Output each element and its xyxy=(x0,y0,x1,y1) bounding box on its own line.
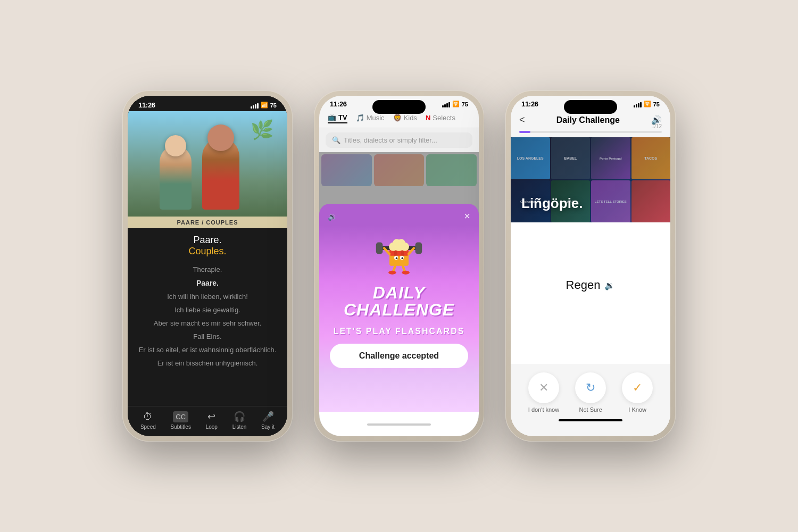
speed-icon: ⏱ xyxy=(143,411,153,422)
daily-challenge-modal: 🔉 × xyxy=(319,152,479,436)
quiz-title: Daily Challenge xyxy=(556,115,620,125)
signal-bar-1 xyxy=(251,106,252,109)
i-know-circle: ✓ xyxy=(622,372,653,403)
show-card-1: LOS ANGELES xyxy=(511,137,550,179)
subtitle-0: Therapie. xyxy=(193,265,222,273)
selects-icon: N xyxy=(426,114,430,122)
video-thumbnail[interactable]: 🌿 PAARE / COUPLES xyxy=(128,111,287,228)
bottom-toolbar: ⏱ Speed CC Subtitles ↩ Loop 🎧 Listen xyxy=(128,406,287,436)
p3-signal-3 xyxy=(638,103,639,107)
challenge-title: DAILY CHALLENGE xyxy=(344,284,454,318)
phones-container: 11:26 📶 75 xyxy=(106,74,692,458)
battery-3: 75 xyxy=(653,101,660,107)
status-icons-3: 🛜 75 xyxy=(634,101,660,107)
head-right xyxy=(207,124,234,151)
sayit-icon: 🎤 xyxy=(262,411,274,422)
quiz-word-section: Regen 🔉 xyxy=(511,222,670,364)
word-text: Regen xyxy=(566,278,601,292)
kids-label: Kids xyxy=(404,114,417,122)
modal-sound-icon[interactable]: 🔉 xyxy=(328,212,337,221)
status-time-2: 11:26 xyxy=(330,100,347,108)
signal-bars-2 xyxy=(442,101,450,107)
battery-2: 75 xyxy=(462,101,468,107)
loop-icon: ↩ xyxy=(207,411,215,422)
p2-signal-2 xyxy=(444,104,446,107)
subtitle-3: Ich liebe sie gewaltig. xyxy=(174,306,240,314)
title-german: Paare. xyxy=(128,235,287,246)
svg-point-14 xyxy=(402,257,404,260)
svg-line-17 xyxy=(393,266,395,272)
dont-know-circle: ✕ xyxy=(528,372,559,403)
toolbar-speed[interactable]: ⏱ Speed xyxy=(140,411,156,430)
dc-challenge: CHALLENGE xyxy=(344,301,454,318)
title-section: Paare. Couples. xyxy=(128,228,287,261)
dont-know-button[interactable]: ✕ I don't know xyxy=(528,372,559,413)
show-card-4: TACOS xyxy=(631,137,671,179)
sayit-label: Say it xyxy=(261,424,275,430)
search-bar[interactable]: 🔍 Titles, dialects or simply filter... xyxy=(326,132,472,148)
quiz-buttons-row: ✕ I don't know ↻ Not Sure ✓ xyxy=(521,372,660,413)
wifi-icon-2: 🛜 xyxy=(452,101,460,107)
subtitle-5: Fall Eins. xyxy=(193,332,221,340)
toolbar-loop[interactable]: ↩ Loop xyxy=(206,411,218,430)
battery-1: 75 xyxy=(270,102,277,109)
progress-label: 1/12 xyxy=(652,123,662,129)
svg-point-20 xyxy=(402,271,409,275)
not-sure-label: Not Sure xyxy=(579,406,602,413)
signal-bars-1 xyxy=(251,102,259,109)
p3-signal-4 xyxy=(640,102,642,107)
subtitle-6: Er ist so eitel, er ist wahnsinnig oberf… xyxy=(139,346,277,354)
home-indicator xyxy=(559,419,622,421)
subtitles-icon: CC xyxy=(173,411,188,422)
video-banner: PAARE / COUPLES xyxy=(128,217,287,228)
dynamic-island-3 xyxy=(564,100,617,114)
show-card-2: BABEL xyxy=(551,137,591,179)
nav-music[interactable]: 🎵 Music xyxy=(356,113,385,123)
show-card-3: Porto Portugal xyxy=(591,137,630,179)
dynamic-island-2 xyxy=(372,100,426,114)
selects-label: Selects xyxy=(433,114,455,122)
progress-fill xyxy=(519,131,530,133)
svg-line-18 xyxy=(403,266,405,272)
plant-decoration: 🌿 xyxy=(251,119,274,141)
challenge-accepted-button[interactable]: Challenge accepted xyxy=(330,344,468,368)
back-button[interactable]: < xyxy=(519,114,525,126)
status-bar-1: 11:26 📶 75 xyxy=(128,96,287,111)
svg-rect-1 xyxy=(415,243,422,254)
toolbar-subtitles[interactable]: CC Subtitles xyxy=(171,411,191,430)
toolbar-sayit[interactable]: 🎤 Say it xyxy=(261,411,275,430)
dc-daily: DAILY xyxy=(344,284,454,301)
signal-bar-2 xyxy=(253,105,254,109)
signal-bars-3 xyxy=(634,101,642,107)
phone-2: 11:26 🛜 75 📺 xyxy=(314,90,484,442)
not-sure-button[interactable]: ↻ Not Sure xyxy=(575,372,606,413)
nav-kids[interactable]: 🦁 Kids xyxy=(393,113,417,123)
toolbar-listen[interactable]: 🎧 Listen xyxy=(232,411,247,430)
modal-close-btn[interactable]: × xyxy=(464,210,470,222)
content-area: 🔉 × xyxy=(319,152,479,436)
refresh-icon: ↻ xyxy=(586,381,595,395)
word-sound-icon[interactable]: 🔉 xyxy=(604,280,615,290)
dc-subtitle: LET'S PLAY FLASHCARDS xyxy=(334,327,465,336)
nav-selects[interactable]: N Selects xyxy=(426,113,455,123)
tv-label: TV xyxy=(338,113,347,121)
svg-rect-0 xyxy=(376,243,383,254)
listen-icon: 🎧 xyxy=(234,411,245,422)
quiz-word-display: Regen 🔉 xyxy=(566,278,616,292)
music-icon: 🎵 xyxy=(356,114,364,122)
modal-header: 🔉 × xyxy=(319,204,479,226)
svg-point-19 xyxy=(388,271,396,275)
nav-tv[interactable]: 📺 TV xyxy=(328,113,347,123)
status-icons-1: 📶 75 xyxy=(251,102,277,109)
listen-label: Listen xyxy=(232,424,247,430)
subtitles-list: Therapie. Paare. Ich will ihn lieben, wi… xyxy=(128,261,287,406)
banner-text: PAARE / COUPLES xyxy=(177,219,238,226)
couple-scene: 🌿 xyxy=(128,111,287,228)
loop-label: Loop xyxy=(206,424,218,430)
p2-signal-1 xyxy=(442,105,444,107)
title-english: Couples. xyxy=(128,246,287,257)
subtitle-1: Paare. xyxy=(196,279,219,287)
subtitle-2: Ich will ihn lieben, wirklich! xyxy=(167,293,248,301)
i-know-button[interactable]: ✓ I Know xyxy=(622,372,653,413)
progress-track: 1/12 xyxy=(519,131,662,133)
